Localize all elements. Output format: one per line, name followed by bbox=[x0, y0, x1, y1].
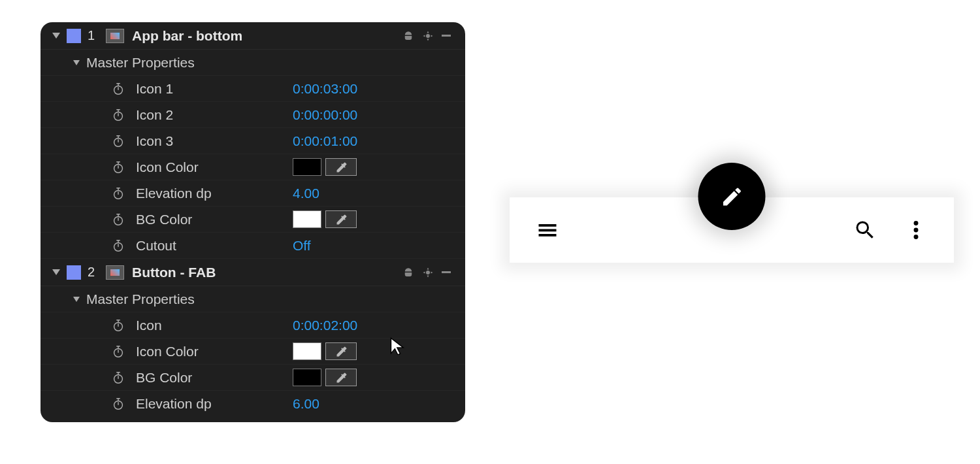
stopwatch-icon[interactable] bbox=[111, 344, 125, 359]
master-properties-label: Master Properties bbox=[86, 291, 195, 307]
app-bar-bottom bbox=[510, 197, 954, 263]
layer-index: 2 bbox=[88, 265, 106, 280]
stopwatch-icon[interactable] bbox=[111, 186, 125, 201]
stopwatch-icon[interactable] bbox=[111, 318, 125, 333]
property-value[interactable]: 4.00 bbox=[293, 186, 319, 201]
stopwatch-icon[interactable] bbox=[111, 239, 125, 253]
property-name: Elevation dp bbox=[136, 186, 293, 201]
preview-canvas bbox=[510, 156, 954, 263]
svg-point-47 bbox=[914, 228, 919, 233]
collapse-transforms-icon[interactable] bbox=[422, 267, 434, 278]
svg-point-0 bbox=[426, 34, 430, 38]
eyedropper-button[interactable] bbox=[325, 210, 357, 228]
comp-layer-icon bbox=[106, 265, 124, 280]
layer-index: 1 bbox=[88, 28, 106, 43]
property-name: BG Color bbox=[136, 212, 293, 227]
layer-switch-dash[interactable] bbox=[442, 35, 451, 37]
color-swatch[interactable] bbox=[293, 158, 321, 176]
property-name: BG Color bbox=[136, 370, 293, 386]
svg-point-46 bbox=[914, 221, 919, 225]
property-row-cutout: Cutout Off bbox=[41, 233, 465, 259]
property-value[interactable]: 0:00:00:00 bbox=[293, 107, 357, 123]
disclose-icon[interactable] bbox=[73, 297, 80, 302]
edit-icon bbox=[720, 185, 743, 208]
disclose-icon[interactable] bbox=[73, 60, 80, 65]
comp-layer-icon bbox=[106, 29, 124, 43]
property-row-bg-color: BG Color bbox=[41, 365, 465, 391]
color-swatch[interactable] bbox=[293, 342, 321, 360]
disclose-icon[interactable] bbox=[52, 269, 60, 275]
color-swatch[interactable] bbox=[293, 369, 321, 386]
layer-color-swatch[interactable] bbox=[67, 29, 81, 43]
property-value[interactable]: 6.00 bbox=[293, 396, 319, 412]
property-name: Icon 2 bbox=[136, 107, 293, 123]
color-swatch[interactable] bbox=[293, 210, 321, 228]
stopwatch-icon[interactable] bbox=[111, 160, 125, 174]
layer-row-2[interactable]: 2 Button - FAB bbox=[41, 259, 465, 286]
fab-button[interactable] bbox=[698, 163, 766, 230]
property-name: Icon Color bbox=[136, 344, 293, 359]
property-row-bg-color: BG Color bbox=[41, 207, 465, 233]
svg-point-48 bbox=[914, 235, 919, 239]
property-value[interactable]: Off bbox=[293, 238, 311, 254]
property-name: Icon bbox=[136, 318, 293, 333]
cursor-icon bbox=[389, 337, 407, 355]
property-row-elevation: Elevation dp 6.00 bbox=[41, 391, 465, 417]
stopwatch-icon[interactable] bbox=[111, 108, 125, 122]
property-name: Elevation dp bbox=[136, 396, 293, 412]
property-row-elevation: Elevation dp 4.00 bbox=[41, 180, 465, 207]
stopwatch-icon[interactable] bbox=[111, 82, 125, 96]
property-row-icon-1: Icon 1 0:00:03:00 bbox=[41, 76, 465, 102]
menu-icon[interactable] bbox=[536, 218, 559, 242]
master-properties-label: Master Properties bbox=[86, 55, 195, 71]
property-value[interactable]: 0:00:02:00 bbox=[293, 318, 357, 333]
property-name: Cutout bbox=[136, 238, 293, 254]
master-properties-group[interactable]: Master Properties bbox=[41, 286, 465, 312]
search-icon[interactable] bbox=[853, 218, 877, 242]
property-row-icon: Icon 0:00:02:00 bbox=[41, 312, 465, 339]
layer-name[interactable]: App bar - bottom bbox=[132, 28, 402, 44]
stopwatch-icon[interactable] bbox=[111, 371, 125, 385]
effects-icon[interactable] bbox=[402, 30, 414, 42]
layer-switch-dash[interactable] bbox=[442, 271, 451, 273]
eyedropper-button[interactable] bbox=[325, 369, 357, 386]
disclose-icon[interactable] bbox=[52, 33, 60, 39]
property-value[interactable]: 0:00:03:00 bbox=[293, 81, 357, 97]
property-row-icon-2: Icon 2 0:00:00:00 bbox=[41, 102, 465, 128]
layer-name[interactable]: Button - FAB bbox=[132, 265, 402, 280]
eyedropper-button[interactable] bbox=[325, 158, 357, 176]
stopwatch-icon[interactable] bbox=[111, 134, 125, 148]
property-value[interactable]: 0:00:01:00 bbox=[293, 133, 357, 149]
property-name: Icon 3 bbox=[136, 133, 293, 149]
collapse-transforms-icon[interactable] bbox=[422, 30, 434, 42]
timeline-panel: 1 App bar - bottom Master Properties Ico… bbox=[41, 22, 465, 422]
eyedropper-button[interactable] bbox=[325, 342, 357, 360]
master-properties-group[interactable]: Master Properties bbox=[41, 50, 465, 76]
stopwatch-icon[interactable] bbox=[111, 397, 125, 411]
effects-icon[interactable] bbox=[402, 267, 414, 278]
property-name: Icon 1 bbox=[136, 81, 293, 97]
property-row-icon-color: Icon Color bbox=[41, 154, 465, 180]
svg-point-29 bbox=[426, 271, 430, 274]
property-name: Icon Color bbox=[136, 159, 293, 175]
layer-color-swatch[interactable] bbox=[67, 265, 81, 280]
property-row-icon-3: Icon 3 0:00:01:00 bbox=[41, 128, 465, 154]
more-vert-icon[interactable] bbox=[904, 218, 928, 242]
stopwatch-icon[interactable] bbox=[111, 212, 125, 227]
layer-row-1[interactable]: 1 App bar - bottom bbox=[41, 22, 465, 50]
